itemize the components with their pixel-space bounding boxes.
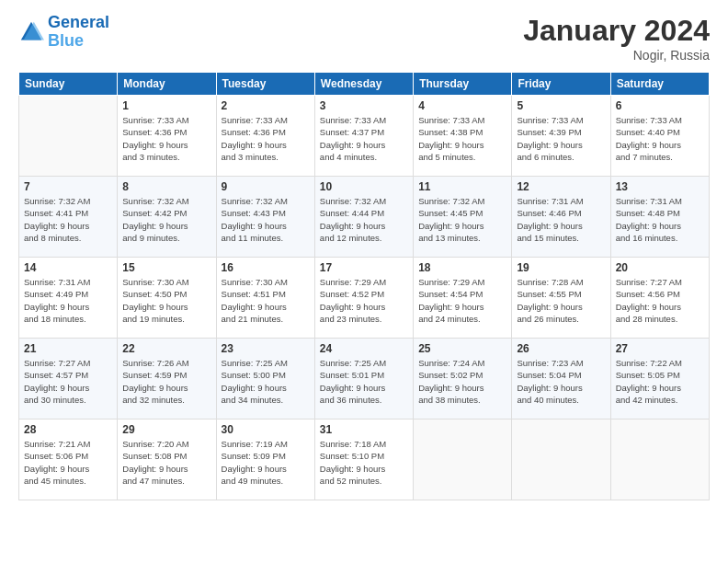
calendar-cell: 21Sunrise: 7:27 AMSunset: 4:57 PMDayligh… xyxy=(19,339,118,419)
day-number: 13 xyxy=(616,180,704,193)
calendar-cell xyxy=(414,419,512,500)
day-info: Sunrise: 7:33 AMSunset: 4:38 PMDaylight:… xyxy=(418,114,506,163)
logo-blue: Blue xyxy=(48,31,84,50)
day-info: Sunrise: 7:23 AMSunset: 5:04 PMDaylight:… xyxy=(517,357,605,406)
day-number: 22 xyxy=(122,342,210,355)
calendar-cell: 14Sunrise: 7:31 AMSunset: 4:49 PMDayligh… xyxy=(19,258,118,339)
day-number: 15 xyxy=(122,261,210,274)
day-info: Sunrise: 7:24 AMSunset: 5:02 PMDaylight:… xyxy=(418,357,506,406)
calendar-cell: 13Sunrise: 7:31 AMSunset: 4:48 PMDayligh… xyxy=(610,177,709,258)
day-info: Sunrise: 7:27 AMSunset: 4:57 PMDaylight:… xyxy=(24,357,112,406)
day-info: Sunrise: 7:32 AMSunset: 4:42 PMDaylight:… xyxy=(122,195,210,244)
calendar-cell: 11Sunrise: 7:32 AMSunset: 4:45 PMDayligh… xyxy=(414,177,512,258)
col-saturday: Saturday xyxy=(610,73,709,96)
day-info: Sunrise: 7:33 AMSunset: 4:36 PMDaylight:… xyxy=(222,114,310,163)
col-monday: Monday xyxy=(118,73,216,96)
day-number: 18 xyxy=(418,261,506,274)
calendar-cell: 4Sunrise: 7:33 AMSunset: 4:38 PMDaylight… xyxy=(414,96,512,177)
day-info: Sunrise: 7:32 AMSunset: 4:43 PMDaylight:… xyxy=(222,195,310,244)
calendar-cell: 27Sunrise: 7:22 AMSunset: 5:05 PMDayligh… xyxy=(610,339,709,419)
day-info: Sunrise: 7:22 AMSunset: 5:05 PMDaylight:… xyxy=(616,357,704,406)
col-sunday: Sunday xyxy=(19,73,118,96)
day-number: 11 xyxy=(418,180,506,193)
day-number: 10 xyxy=(320,180,408,193)
calendar-cell: 29Sunrise: 7:20 AMSunset: 5:08 PMDayligh… xyxy=(118,419,216,500)
day-number: 9 xyxy=(222,180,310,193)
calendar-cell: 12Sunrise: 7:31 AMSunset: 4:46 PMDayligh… xyxy=(512,177,610,258)
page: General Blue January 2024 Nogir, Russia … xyxy=(0,0,728,563)
calendar-cell: 26Sunrise: 7:23 AMSunset: 5:04 PMDayligh… xyxy=(512,339,610,419)
logo-icon xyxy=(18,19,44,45)
calendar-cell: 8Sunrise: 7:32 AMSunset: 4:42 PMDaylight… xyxy=(118,177,216,258)
calendar-cell: 7Sunrise: 7:32 AMSunset: 4:41 PMDaylight… xyxy=(19,177,118,258)
logo-general: General xyxy=(48,13,109,31)
day-number: 28 xyxy=(24,423,112,436)
day-number: 1 xyxy=(122,99,210,112)
day-number: 17 xyxy=(320,261,408,274)
week-row-2: 7Sunrise: 7:32 AMSunset: 4:41 PMDaylight… xyxy=(19,177,710,258)
calendar-cell: 28Sunrise: 7:21 AMSunset: 5:06 PMDayligh… xyxy=(19,419,118,500)
calendar-cell: 24Sunrise: 7:25 AMSunset: 5:01 PMDayligh… xyxy=(314,339,413,419)
header-row: Sunday Monday Tuesday Wednesday Thursday… xyxy=(19,73,710,96)
day-info: Sunrise: 7:29 AMSunset: 4:52 PMDaylight:… xyxy=(320,276,408,325)
col-thursday: Thursday xyxy=(414,73,512,96)
day-number: 14 xyxy=(24,261,112,274)
day-number: 23 xyxy=(222,342,310,355)
calendar-cell: 6Sunrise: 7:33 AMSunset: 4:40 PMDaylight… xyxy=(610,96,709,177)
day-info: Sunrise: 7:19 AMSunset: 5:09 PMDaylight:… xyxy=(222,438,310,487)
week-row-1: 1Sunrise: 7:33 AMSunset: 4:36 PMDaylight… xyxy=(19,96,710,177)
day-info: Sunrise: 7:27 AMSunset: 4:56 PMDaylight:… xyxy=(616,276,704,325)
day-info: Sunrise: 7:32 AMSunset: 4:41 PMDaylight:… xyxy=(24,195,112,244)
day-info: Sunrise: 7:25 AMSunset: 5:00 PMDaylight:… xyxy=(222,357,310,406)
calendar-cell: 20Sunrise: 7:27 AMSunset: 4:56 PMDayligh… xyxy=(610,258,709,339)
day-info: Sunrise: 7:25 AMSunset: 5:01 PMDaylight:… xyxy=(320,357,408,406)
week-row-4: 21Sunrise: 7:27 AMSunset: 4:57 PMDayligh… xyxy=(19,339,710,419)
calendar-cell: 10Sunrise: 7:32 AMSunset: 4:44 PMDayligh… xyxy=(314,177,413,258)
calendar-cell xyxy=(610,419,709,500)
calendar-cell: 30Sunrise: 7:19 AMSunset: 5:09 PMDayligh… xyxy=(216,419,314,500)
logo-text: General Blue xyxy=(48,14,109,51)
day-number: 3 xyxy=(320,99,408,112)
calendar-title: January 2024 xyxy=(523,14,710,48)
day-number: 6 xyxy=(616,99,704,112)
calendar-cell: 2Sunrise: 7:33 AMSunset: 4:36 PMDaylight… xyxy=(216,96,314,177)
day-number: 4 xyxy=(418,99,506,112)
calendar-cell: 23Sunrise: 7:25 AMSunset: 5:00 PMDayligh… xyxy=(216,339,314,419)
day-info: Sunrise: 7:33 AMSunset: 4:36 PMDaylight:… xyxy=(122,114,210,163)
calendar-cell: 5Sunrise: 7:33 AMSunset: 4:39 PMDaylight… xyxy=(512,96,610,177)
logo: General Blue xyxy=(18,14,109,51)
col-wednesday: Wednesday xyxy=(314,73,413,96)
day-info: Sunrise: 7:29 AMSunset: 4:54 PMDaylight:… xyxy=(418,276,506,325)
calendar-table: Sunday Monday Tuesday Wednesday Thursday… xyxy=(18,72,710,500)
col-tuesday: Tuesday xyxy=(216,73,314,96)
day-info: Sunrise: 7:30 AMSunset: 4:51 PMDaylight:… xyxy=(222,276,310,325)
day-number: 29 xyxy=(122,423,210,436)
day-number: 30 xyxy=(222,423,310,436)
col-friday: Friday xyxy=(512,73,610,96)
day-number: 19 xyxy=(517,261,605,274)
calendar-cell: 16Sunrise: 7:30 AMSunset: 4:51 PMDayligh… xyxy=(216,258,314,339)
calendar-cell: 25Sunrise: 7:24 AMSunset: 5:02 PMDayligh… xyxy=(414,339,512,419)
calendar-cell xyxy=(19,96,118,177)
day-info: Sunrise: 7:33 AMSunset: 4:39 PMDaylight:… xyxy=(517,114,605,163)
day-info: Sunrise: 7:18 AMSunset: 5:10 PMDaylight:… xyxy=(320,438,408,487)
day-number: 8 xyxy=(122,180,210,193)
day-info: Sunrise: 7:20 AMSunset: 5:08 PMDaylight:… xyxy=(122,438,210,487)
day-number: 25 xyxy=(418,342,506,355)
calendar-cell: 15Sunrise: 7:30 AMSunset: 4:50 PMDayligh… xyxy=(118,258,216,339)
day-info: Sunrise: 7:33 AMSunset: 4:37 PMDaylight:… xyxy=(320,114,408,163)
calendar-subtitle: Nogir, Russia xyxy=(523,48,710,63)
week-row-3: 14Sunrise: 7:31 AMSunset: 4:49 PMDayligh… xyxy=(19,258,710,339)
calendar-cell: 19Sunrise: 7:28 AMSunset: 4:55 PMDayligh… xyxy=(512,258,610,339)
title-block: January 2024 Nogir, Russia xyxy=(523,14,710,63)
day-number: 26 xyxy=(517,342,605,355)
day-number: 27 xyxy=(616,342,704,355)
day-number: 7 xyxy=(24,180,112,193)
calendar-cell: 9Sunrise: 7:32 AMSunset: 4:43 PMDaylight… xyxy=(216,177,314,258)
calendar-cell: 17Sunrise: 7:29 AMSunset: 4:52 PMDayligh… xyxy=(314,258,413,339)
header: General Blue January 2024 Nogir, Russia xyxy=(18,14,710,63)
day-number: 24 xyxy=(320,342,408,355)
day-info: Sunrise: 7:31 AMSunset: 4:49 PMDaylight:… xyxy=(24,276,112,325)
calendar-cell: 31Sunrise: 7:18 AMSunset: 5:10 PMDayligh… xyxy=(314,419,413,500)
calendar-cell: 22Sunrise: 7:26 AMSunset: 4:59 PMDayligh… xyxy=(118,339,216,419)
